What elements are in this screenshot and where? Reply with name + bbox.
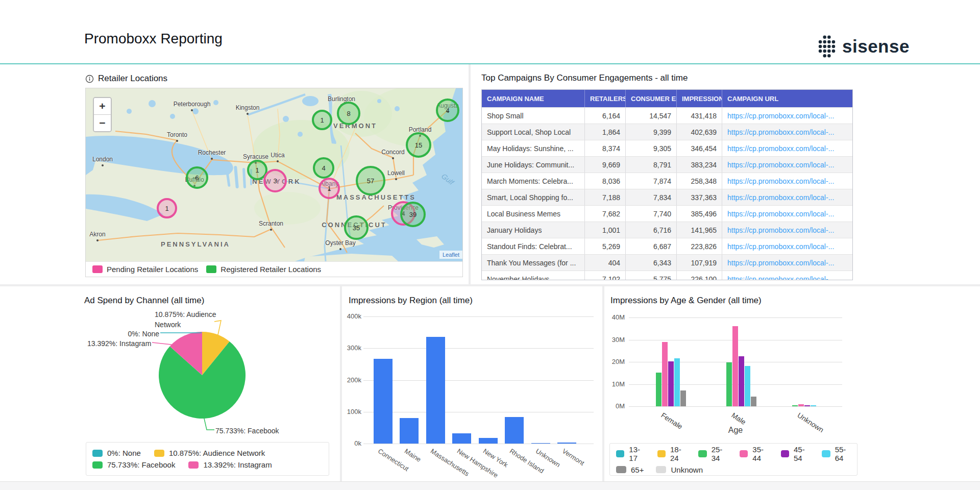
age-bar-male-35-44[interactable] — [732, 326, 738, 406]
region-bar-unknown[interactable] — [531, 443, 550, 444]
region-bar-new-york[interactable] — [479, 438, 498, 444]
age-bar-female-45-54[interactable] — [668, 361, 674, 406]
y-axis-label: 0k — [338, 439, 361, 447]
region-bar-rhode-island[interactable] — [505, 417, 524, 444]
value-cell: 6,687 — [626, 238, 677, 254]
y-axis-label: 100k — [338, 408, 361, 415]
map-cluster-marker-pending[interactable]: 1 — [318, 178, 340, 199]
map-cluster-marker-registered[interactable]: 35 — [344, 215, 369, 240]
map-legend: Pending Retailer LocationsRegistered Ret… — [86, 261, 462, 277]
value-cell: 383,234 — [677, 157, 722, 173]
region-bar-connecticut[interactable] — [374, 359, 393, 444]
age-legend-item[interactable]: 25-34 — [698, 445, 727, 462]
campaign-url-link[interactable]: https://cp.promoboxx.com/local-... — [727, 226, 834, 234]
y-axis-label: 0M — [601, 402, 625, 410]
gridline — [629, 406, 842, 407]
value-cell: 5,775 — [626, 271, 677, 280]
table-header-cell[interactable]: CONSUMER ENGAGEMENTS — [626, 90, 677, 107]
bottom-strip — [0, 481, 980, 490]
value-cell: 14,547 — [626, 108, 677, 124]
table-header-cell[interactable]: CAMPAIGN URL — [722, 90, 853, 107]
age-bar-female-25-34[interactable] — [656, 373, 662, 406]
retailer-map[interactable]: PeterboroughKingstonTorontoBurlingtonAug… — [86, 88, 462, 261]
age-legend-item[interactable]: 65+ — [616, 465, 644, 474]
age-bar-male-65plus[interactable] — [751, 397, 756, 406]
age-bar-male-45-54[interactable] — [739, 356, 744, 406]
leaflet-attribution[interactable]: Leaflet — [439, 251, 462, 259]
legend-swatch — [822, 450, 830, 457]
y-axis-label: 10M — [601, 380, 625, 388]
map-cluster-marker-registered[interactable]: 1 — [312, 110, 332, 130]
map-cluster-marker-registered[interactable]: 39 — [400, 202, 426, 227]
info-icon[interactable] — [85, 75, 94, 83]
campaign-url-link[interactable]: https://cp.promoboxx.com/local-... — [727, 259, 834, 267]
map-legend-swatch — [92, 265, 103, 273]
age-bar-unknown-55-64[interactable] — [811, 405, 816, 406]
table-header-cell[interactable]: IMPRESSIONS — [677, 90, 722, 107]
pie-callout-none: 0%: None — [118, 329, 159, 339]
age-bar-unknown-45-54[interactable] — [804, 405, 810, 406]
value-cell: 346,454 — [677, 140, 722, 156]
age-legend-item[interactable]: Unknown — [656, 465, 703, 474]
pie-legend-item[interactable]: 10.875%: Audience Network — [154, 449, 265, 457]
region-bar-massachusetts[interactable] — [426, 337, 445, 444]
region-bar-new-hampshire[interactable] — [452, 433, 471, 444]
legend-swatch — [740, 450, 748, 457]
age-bar-male-25-34[interactable] — [726, 362, 732, 406]
campaign-url-cell: https://cp.promoboxx.com/local-... — [722, 173, 853, 189]
age-panel-title: Impressions by Age & Gender (all time) — [610, 296, 762, 306]
age-bar-female-65plus[interactable] — [680, 390, 686, 406]
age-bar-female-55-64[interactable] — [674, 358, 680, 406]
pie-legend-item[interactable]: 13.392%: Instagram — [188, 460, 272, 469]
region-bar-maine[interactable] — [400, 418, 419, 444]
age-legend-item[interactable]: 35-44 — [740, 445, 769, 462]
campaign-url-cell: https://cp.promoboxx.com/local-... — [722, 124, 853, 140]
campaign-url-link[interactable]: https://cp.promoboxx.com/local-... — [727, 177, 834, 185]
map-cluster-marker-registered[interactable]: 4 — [313, 157, 334, 179]
y-axis-label: 400k — [338, 312, 361, 320]
table-row: November Holidays7,1025,775226,100https:… — [482, 271, 852, 280]
age-legend-item[interactable]: 55-64 — [822, 445, 851, 462]
age-bar-female-35-44[interactable] — [662, 342, 668, 406]
campaign-url-link[interactable]: https://cp.promoboxx.com/local-... — [727, 128, 834, 136]
age-bar-unknown-35-44[interactable] — [798, 404, 804, 406]
zoom-out-button[interactable]: − — [94, 115, 111, 131]
legend-label: Unknown — [671, 465, 703, 474]
campaign-url-link[interactable]: https://cp.promoboxx.com/local-... — [727, 112, 834, 120]
age-bar-male-55-64[interactable] — [745, 366, 750, 406]
x-axis-label: Vermont — [560, 447, 585, 467]
age-legend-item[interactable]: 13-17 — [616, 445, 645, 462]
map-cluster-marker-registered[interactable]: 15 — [406, 132, 431, 158]
map-cluster-marker-registered[interactable]: 6 — [186, 166, 208, 189]
campaign-url-link[interactable]: https://cp.promoboxx.com/local-... — [727, 193, 834, 202]
map-cluster-marker-registered[interactable]: 57 — [356, 166, 385, 195]
campaign-url-link[interactable]: https://cp.promoboxx.com/local-... — [727, 242, 834, 251]
age-bar-unknown-25-34[interactable] — [792, 405, 798, 406]
map-cluster-marker-pending[interactable]: 3 — [263, 169, 287, 192]
sisense-logo: sisense — [818, 35, 910, 58]
legend-swatch — [781, 450, 789, 457]
age-legend-item[interactable]: 18-24 — [657, 445, 687, 462]
gridline — [363, 380, 594, 381]
pie-legend-item[interactable]: 75.733%: Facebook — [92, 460, 175, 469]
divider-horizontal — [0, 284, 980, 286]
gridline — [629, 317, 842, 318]
legend-label: 10.875%: Audience Network — [169, 449, 265, 457]
zoom-in-button[interactable]: + — [94, 98, 111, 114]
table-header-row: CAMPAIGN NAMERETAILERSCONSUMER ENGAGEMEN… — [482, 90, 852, 107]
region-bar-vermont[interactable] — [557, 443, 576, 444]
sisense-logo-icon — [818, 35, 836, 58]
value-cell: 223,826 — [677, 238, 722, 254]
campaign-url-link[interactable]: https://cp.promoboxx.com/local-... — [727, 275, 834, 281]
campaign-url-link[interactable]: https://cp.promoboxx.com/local-... — [727, 161, 834, 169]
value-cell: 431,418 — [677, 108, 722, 124]
pie-legend-item[interactable]: 0%: None — [92, 449, 141, 457]
table-header-cell[interactable]: RETAILERS — [585, 90, 626, 107]
table-header-cell[interactable]: CAMPAIGN NAME — [482, 90, 585, 107]
map-cluster-marker-registered[interactable]: 8 — [337, 102, 360, 125]
age-legend-item[interactable]: 45-54 — [781, 445, 810, 462]
map-cluster-marker-pending[interactable]: 1 — [157, 198, 177, 218]
campaign-url-link[interactable]: https://cp.promoboxx.com/local-... — [727, 144, 834, 153]
map-cluster-marker-registered[interactable]: 4 — [436, 99, 459, 122]
campaign-url-link[interactable]: https://cp.promoboxx.com/local-... — [727, 210, 834, 218]
